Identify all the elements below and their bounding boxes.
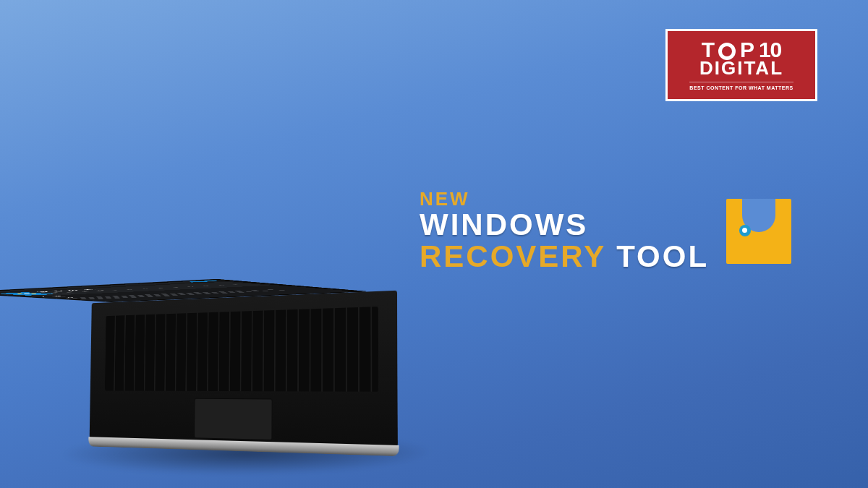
- age-rating-badge: 3+: [57, 293, 77, 294]
- badge-o-icon: [718, 43, 736, 60]
- recovery-icon: [11, 293, 43, 294]
- badge-tagline: BEST CONTENT FOR WHAT MATTERS: [689, 82, 793, 90]
- keyboard: [105, 307, 378, 392]
- title-recovery: RECOVERY: [420, 241, 606, 273]
- title-new: NEW: [420, 189, 709, 209]
- title-windows: WINDOWS: [420, 209, 709, 241]
- svg-point-0: [22, 294, 30, 294]
- title-tool: TOOL: [616, 241, 709, 273]
- promo-title: NEW WINDOWS RECOVERY TOOL: [420, 189, 791, 273]
- laptop-base: [90, 291, 398, 447]
- laptop-mockup: Microsoft Store Windows File Recovery Mi…: [29, 72, 477, 434]
- trackpad: [194, 398, 272, 440]
- badge-line2: DIGITAL: [699, 59, 783, 77]
- wrench-icon: [726, 199, 791, 264]
- top10-badge: TP 10 DIGITAL BEST CONTENT FOR WHAT MATT…: [665, 29, 817, 101]
